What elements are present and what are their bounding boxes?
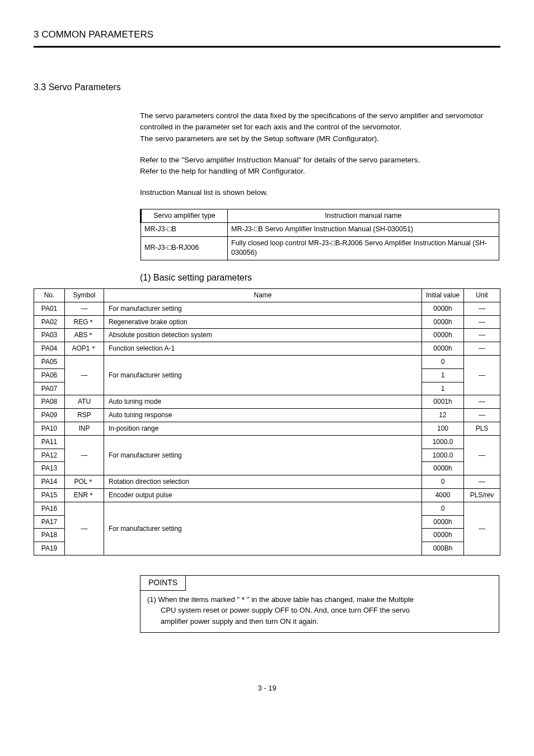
param-name: For manufacturer setting bbox=[104, 502, 422, 555]
param-name: Rotation direction selection bbox=[104, 475, 422, 489]
param-name: Regenerative brake option bbox=[104, 315, 422, 329]
param-initial: 0000h bbox=[422, 315, 464, 329]
param-unit: — bbox=[464, 315, 500, 329]
param-unit: — bbox=[464, 302, 500, 315]
manual-name-cell: Fully closed loop control MR-J3-□B-RJ006… bbox=[228, 236, 499, 260]
param-initial: 0 bbox=[422, 356, 464, 369]
param-name: Auto tuning mode bbox=[104, 395, 422, 409]
param-initial: 0000h bbox=[422, 329, 464, 342]
body-p4: Refer to the help for handling of MR Con… bbox=[140, 167, 305, 175]
param-name: In-position range bbox=[104, 422, 422, 436]
param-th-initial: Initial value bbox=[422, 289, 464, 302]
param-row: PA03 ABS＊ Absolute position detection sy… bbox=[34, 329, 500, 342]
param-initial: 0 bbox=[422, 502, 464, 515]
param-no: PA17 bbox=[34, 515, 65, 529]
param-unit: — bbox=[464, 329, 500, 342]
param-initial: 1 bbox=[422, 368, 464, 382]
param-no: PA11 bbox=[34, 435, 65, 449]
manual-th-name: Instruction manual name bbox=[228, 209, 499, 223]
points-label: POINTS bbox=[140, 576, 186, 591]
param-unit: PLS/rev bbox=[464, 489, 500, 502]
param-symbol: REG＊ bbox=[65, 315, 104, 329]
param-th-no: No. bbox=[34, 289, 65, 302]
points-content: (1) When the items marked "＊" in the abo… bbox=[140, 591, 499, 633]
param-row: PA15 ENR＊ Encoder output pulse 4000 PLS/… bbox=[34, 489, 500, 502]
param-name: For manufacturer setting bbox=[104, 435, 422, 475]
param-initial: 1000.0 bbox=[422, 435, 464, 449]
param-symbol: ATU bbox=[65, 395, 104, 409]
param-no: PA04 bbox=[34, 342, 65, 356]
param-initial: 0 bbox=[422, 475, 464, 489]
param-th-symbol: Symbol bbox=[65, 289, 104, 302]
param-no: PA16 bbox=[34, 502, 65, 515]
param-row: PA08 ATU Auto tuning mode 0001h — bbox=[34, 395, 500, 409]
param-no: PA10 bbox=[34, 422, 65, 436]
body-p2: The servo parameters are set by the Setu… bbox=[140, 134, 379, 143]
points-line3: amplifier power supply and then turn ON … bbox=[147, 616, 492, 627]
param-unit: — bbox=[464, 502, 500, 555]
section-title: 3.3 Servo Parameters bbox=[34, 81, 500, 94]
manual-type-cell: MR-J3-□B bbox=[141, 223, 228, 237]
manual-th-type: Servo amplifier type bbox=[141, 209, 228, 223]
manual-row: MR-J3-□B-RJ006 Fully closed loop control… bbox=[141, 236, 499, 260]
param-row: PA10 INP In-position range 100 PLS bbox=[34, 422, 500, 436]
page-number: 3 - 19 bbox=[34, 683, 500, 693]
param-no: PA09 bbox=[34, 409, 65, 422]
param-no: PA02 bbox=[34, 315, 65, 329]
header-title: 3 COMMON PARAMETERS bbox=[34, 28, 500, 41]
param-unit: PLS bbox=[464, 422, 500, 436]
param-symbol: POL＊ bbox=[65, 475, 104, 489]
param-initial: 000Bh bbox=[422, 542, 464, 556]
body-p3: Refer to the "Servo amplifier Instructio… bbox=[140, 156, 420, 164]
body-para-2: Refer to the "Servo amplifier Instructio… bbox=[140, 155, 500, 178]
param-row: PA01 — For manufacturer setting 0000h — bbox=[34, 302, 500, 315]
param-name: Auto tuning response bbox=[104, 409, 422, 422]
param-row: PA14 POL＊ Rotation direction selection 0… bbox=[34, 475, 500, 489]
manual-row: MR-J3-□B MR-J3-□B Servo Amplifier Instru… bbox=[141, 223, 499, 237]
param-name: Absolute position detection system bbox=[104, 329, 422, 342]
body-p1: The servo parameters control the data fi… bbox=[140, 111, 483, 131]
param-header-row: No. Symbol Name Initial value Unit bbox=[34, 289, 500, 302]
manual-table: Servo amplifier type Instruction manual … bbox=[140, 209, 499, 260]
param-no: PA07 bbox=[34, 382, 65, 395]
param-no: PA05 bbox=[34, 356, 65, 369]
param-initial: 0000h bbox=[422, 462, 464, 475]
manual-table-header-row: Servo amplifier type Instruction manual … bbox=[141, 209, 499, 223]
param-initial: 100 bbox=[422, 422, 464, 436]
param-table: No. Symbol Name Initial value Unit PA01 … bbox=[34, 288, 500, 556]
param-no: PA18 bbox=[34, 529, 65, 542]
manual-type-cell: MR-J3-□B-RJ006 bbox=[141, 236, 228, 260]
param-no: PA06 bbox=[34, 368, 65, 382]
points-line1: (1) When the items marked "＊" in the abo… bbox=[147, 595, 414, 604]
param-unit: — bbox=[464, 435, 500, 475]
param-symbol: — bbox=[65, 302, 104, 315]
param-name: Encoder output pulse bbox=[104, 489, 422, 502]
param-unit: — bbox=[464, 342, 500, 356]
param-symbol: — bbox=[65, 435, 104, 475]
param-unit: — bbox=[464, 475, 500, 489]
param-row: PA05 — For manufacturer setting 0 — bbox=[34, 356, 500, 369]
param-initial: 0000h bbox=[422, 342, 464, 356]
param-initial: 0000h bbox=[422, 529, 464, 542]
param-row: PA16 — For manufacturer setting 0 — bbox=[34, 502, 500, 515]
param-name: For manufacturer setting bbox=[104, 302, 422, 315]
points-line2: CPU system reset or power supply OFF to … bbox=[147, 605, 492, 616]
points-box: POINTS (1) When the items marked "＊" in … bbox=[140, 575, 499, 633]
param-symbol: AOP1＊ bbox=[65, 342, 104, 356]
param-unit: — bbox=[464, 356, 500, 395]
param-no: PA19 bbox=[34, 542, 65, 556]
param-symbol: RSP bbox=[65, 409, 104, 422]
param-initial: 1000.0 bbox=[422, 449, 464, 462]
param-initial: 1 bbox=[422, 382, 464, 395]
param-symbol: ENR＊ bbox=[65, 489, 104, 502]
param-th-unit: Unit bbox=[464, 289, 500, 302]
body-para-1: The servo parameters control the data fi… bbox=[140, 110, 500, 144]
param-name: Function selection A-1 bbox=[104, 342, 422, 356]
param-no: PA12 bbox=[34, 449, 65, 462]
param-unit: — bbox=[464, 395, 500, 409]
param-no: PA01 bbox=[34, 302, 65, 315]
param-no: PA15 bbox=[34, 489, 65, 502]
param-no: PA14 bbox=[34, 475, 65, 489]
subsection-title: (1) Basic setting parameters bbox=[140, 272, 500, 284]
param-symbol: ABS＊ bbox=[65, 329, 104, 342]
